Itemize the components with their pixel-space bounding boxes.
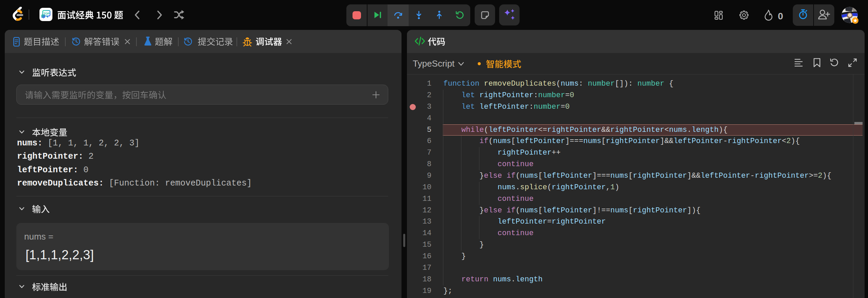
svg-text:TOP: TOP — [44, 12, 50, 15]
